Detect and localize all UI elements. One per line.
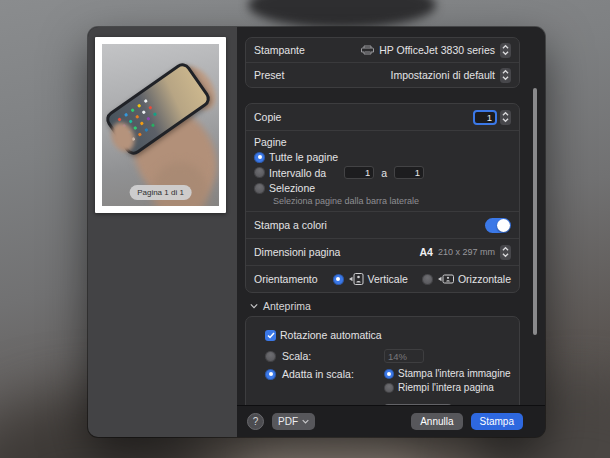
scale-input[interactable] — [384, 349, 424, 363]
pages-all-option[interactable]: Tutte le pagine — [254, 151, 511, 163]
preview-section-title: Anteprima — [263, 300, 311, 312]
paper-size-select[interactable]: A4 210 x 297 mm — [420, 245, 511, 260]
dialog-footer: ? PDF Annulla Stampa — [237, 405, 545, 437]
landscape-label: Orizzontale — [458, 273, 511, 285]
scale-label: Scala: — [282, 350, 311, 362]
preview-section-header[interactable]: Anteprima — [250, 299, 520, 312]
preset-value: Impostazioni di default — [391, 69, 495, 81]
copies-label: Copie — [254, 111, 281, 123]
pdf-menu-label: PDF — [278, 416, 298, 427]
preview-options-card: Rotazione automatica Scala: Adatta in sc… — [245, 316, 520, 405]
scale-row: Scala: — [265, 349, 511, 363]
range-to-input[interactable] — [394, 166, 424, 179]
paper-size-value: A4 — [420, 246, 433, 258]
portrait-label: Verticale — [368, 273, 408, 285]
fit-label: Adatta in scala: — [282, 368, 354, 380]
pages-label: Pagine — [254, 136, 511, 148]
pages-all-label: Tutte le pagine — [269, 151, 338, 163]
chevron-down-icon — [250, 303, 258, 309]
pdf-menu-button[interactable]: PDF — [272, 413, 315, 430]
paper-size-row: Dimensioni pagina A4 210 x 297 mm — [246, 239, 519, 265]
radio-fit[interactable] — [265, 369, 276, 380]
paper-dims-value: 210 x 297 mm — [438, 247, 495, 257]
radio-portrait[interactable] — [333, 274, 344, 285]
photo-app-icons — [117, 117, 121, 121]
preset-stepper-icon[interactable] — [500, 68, 511, 83]
checkbox-checked-icon[interactable] — [265, 330, 276, 341]
portrait-icon — [348, 273, 364, 285]
fit-print-option[interactable]: Stampa l'intera immagine — [384, 368, 511, 379]
page-count-badge: Pagina 1 di 1 — [129, 185, 192, 200]
copies-input[interactable] — [473, 110, 497, 125]
fit-option[interactable]: Adatta in scala: — [265, 368, 384, 380]
printer-label: Stampante — [254, 44, 305, 56]
scrollbar-thumb[interactable] — [533, 88, 537, 335]
print-preview-page: Pagina 1 di 1 — [95, 37, 226, 213]
fit-fill-option[interactable]: Riempi l'intera pagina — [384, 382, 511, 393]
pages-selection-label: Selezione — [269, 182, 315, 194]
paper-size-label: Dimensioni pagina — [254, 246, 340, 258]
scale-option[interactable]: Scala: — [265, 350, 384, 362]
background-phone-silhouette — [248, 0, 436, 28]
color-label: Stampa a colori — [254, 219, 327, 231]
radio-page-range[interactable] — [254, 167, 265, 178]
preset-label: Preset — [254, 69, 284, 81]
toggle-knob — [497, 219, 510, 232]
print-settings-panel: Stampante HP OfficeJet 3830 series Prese… — [237, 27, 545, 437]
fit-fill-label: Riempi l'intera pagina — [398, 382, 494, 393]
printer-row: Stampante HP OfficeJet 3830 series — [246, 38, 519, 62]
copies-row: Copie — [246, 104, 519, 130]
landscape-icon — [437, 273, 454, 285]
print-preview-pane: Pagina 1 di 1 — [88, 27, 237, 437]
settings-scroll-area: Stampante HP OfficeJet 3830 series Prese… — [237, 27, 545, 405]
range-from-input[interactable] — [344, 166, 374, 179]
print-dialog: Pagina 1 di 1 Stampante HP OfficeJet 383… — [88, 27, 545, 437]
preset-row: Preset Impostazioni di default — [246, 63, 519, 87]
print-button[interactable]: Stampa — [471, 413, 523, 430]
pages-selection-option[interactable]: Selezione — [254, 182, 511, 194]
radio-landscape[interactable] — [422, 274, 433, 285]
fit-row: Adatta in scala: Stampa l'intera immagin… — [265, 368, 511, 393]
range-to-label: a — [381, 167, 387, 179]
radio-all-pages[interactable] — [254, 152, 265, 163]
chevron-down-icon — [302, 419, 309, 424]
printer-stepper-icon[interactable] — [500, 43, 511, 58]
fit-print-label: Stampa l'intera immagine — [398, 368, 511, 379]
orientation-row: Orientamento Verticale Orizzontale — [246, 266, 519, 292]
color-row: Stampa a colori — [246, 212, 519, 238]
auto-rotate-label: Rotazione automatica — [280, 329, 382, 341]
printer-preset-card: Stampante HP OfficeJet 3830 series Prese… — [245, 37, 520, 88]
selection-hint: Seleziona pagine dalla barra laterale — [273, 196, 511, 206]
pages-section: Pagine Tutte le pagine Intervallo da a — [246, 131, 519, 211]
help-button[interactable]: ? — [247, 413, 264, 430]
auto-rotate-option[interactable]: Rotazione automatica — [265, 329, 511, 341]
copies-stepper[interactable] — [500, 110, 511, 125]
main-options-card: Copie Pagine Tutte le pagine — [245, 103, 520, 293]
radio-scale[interactable] — [265, 351, 276, 362]
printer-select[interactable]: HP OfficeJet 3830 series — [361, 43, 511, 58]
paper-stepper-icon[interactable] — [500, 245, 511, 260]
printer-icon — [361, 45, 374, 55]
preset-select[interactable]: Impostazioni di default — [391, 68, 511, 83]
preview-photo — [102, 44, 219, 206]
radio-fit-print[interactable] — [384, 369, 394, 379]
cancel-button[interactable]: Annulla — [411, 413, 462, 430]
radio-fit-fill[interactable] — [384, 383, 394, 393]
pages-range-label: Intervallo da — [269, 167, 326, 179]
printer-value: HP OfficeJet 3830 series — [379, 44, 495, 56]
radio-selection[interactable] — [254, 183, 265, 194]
pages-range-option[interactable]: Intervallo da a — [254, 166, 511, 179]
color-toggle[interactable] — [485, 218, 511, 233]
orientation-label: Orientamento — [254, 273, 318, 285]
